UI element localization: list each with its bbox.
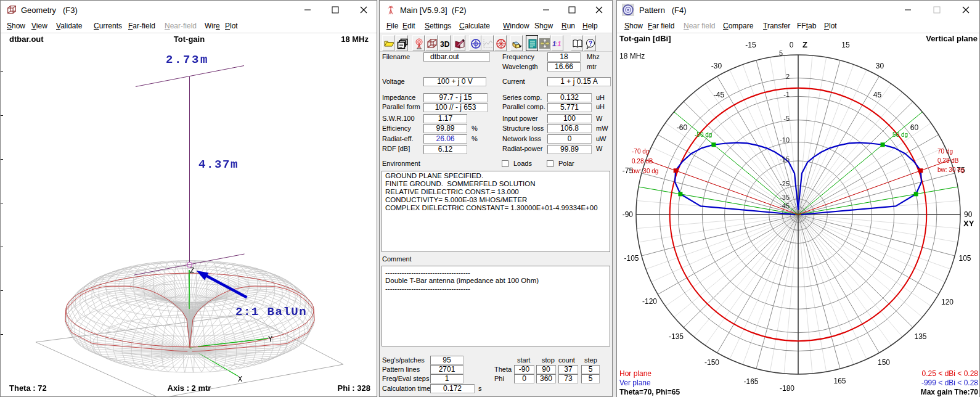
svg-text:3D: 3D [440,40,450,49]
svg-text::1: :1 [555,40,561,47]
svg-text:?: ? [589,40,592,47]
